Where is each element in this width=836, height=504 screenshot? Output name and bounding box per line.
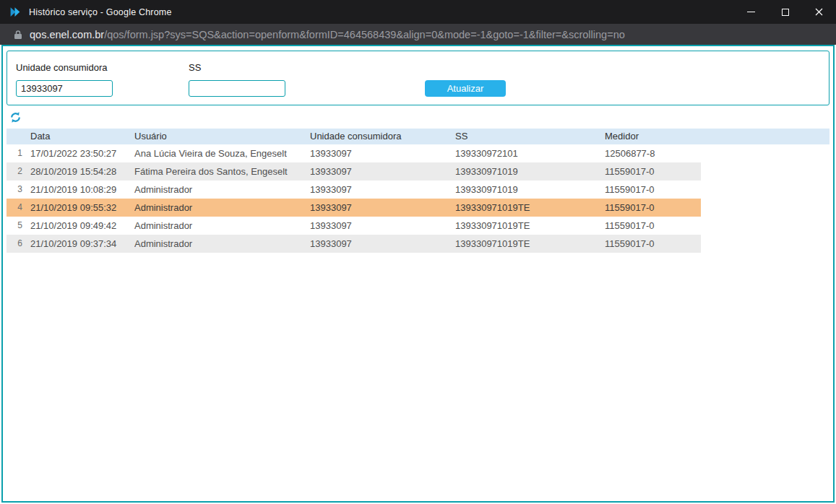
maximize-button[interactable] bbox=[768, 0, 802, 24]
cell-medidor: 11559017-0 bbox=[605, 162, 701, 181]
atualizar-button[interactable]: Atualizar bbox=[425, 80, 506, 97]
row-number: 6 bbox=[7, 235, 30, 253]
page-content: Unidade consumidora SS Atualizar Data Us… bbox=[1, 45, 835, 503]
cell-ss: 139330971019 bbox=[455, 181, 605, 199]
cell-unidade-consumidora: 13933097 bbox=[310, 199, 455, 217]
row-number: 5 bbox=[7, 217, 30, 235]
row-number-header bbox=[7, 129, 30, 144]
cell-unidade-consumidora: 13933097 bbox=[310, 144, 455, 162]
ss-label: SS bbox=[189, 62, 285, 73]
cell-ss: 139330971019TE bbox=[455, 217, 605, 235]
row-number: 2 bbox=[7, 162, 30, 181]
window-controls bbox=[734, 0, 836, 24]
table-body: 1 17/01/2022 23:50:27 Ana Lúcia Vieira d… bbox=[7, 144, 829, 253]
app-icon bbox=[9, 6, 22, 18]
cell-usuario: Administrador bbox=[134, 199, 310, 217]
cell-usuario: Fátima Pereira dos Santos, Engeselt bbox=[134, 162, 310, 181]
cell-medidor: 11559017-0 bbox=[605, 235, 701, 253]
table-header: Data Usuário Unidade consumidora SS Medi… bbox=[7, 129, 829, 144]
column-header-data: Data bbox=[30, 129, 134, 144]
cell-ss: 139330971019 bbox=[455, 162, 605, 181]
cell-usuario: Administrador bbox=[134, 181, 310, 199]
lock-icon[interactable] bbox=[14, 30, 22, 40]
column-header-unidade: Unidade consumidora bbox=[310, 129, 455, 144]
cell-unidade-consumidora: 13933097 bbox=[310, 162, 455, 181]
table-row[interactable]: 4 21/10/2019 09:55:32 Administrador 1393… bbox=[7, 199, 701, 217]
browser-window: Histórico serviço - Google Chrome qos.en… bbox=[0, 0, 836, 504]
cell-ss: 139330971019TE bbox=[455, 199, 605, 217]
table-row[interactable]: 1 17/01/2022 23:50:27 Ana Lúcia Vieira d… bbox=[7, 144, 701, 162]
url-text: qos.enel.com.br/qos/form.jsp?sys=SQS&act… bbox=[30, 29, 625, 40]
column-header-medidor: Medidor bbox=[605, 129, 829, 144]
cell-ss: 139330972101 bbox=[455, 144, 605, 162]
cell-unidade-consumidora: 13933097 bbox=[310, 235, 455, 253]
unidade-consumidora-field: Unidade consumidora bbox=[16, 62, 113, 97]
cell-medidor: 11559017-0 bbox=[605, 181, 701, 199]
cell-data: 21/10/2019 09:49:42 bbox=[30, 217, 134, 235]
refresh-icon[interactable] bbox=[9, 111, 22, 123]
table-row[interactable]: 6 21/10/2019 09:37:34 Administrador 1393… bbox=[7, 235, 701, 253]
cell-usuario: Administrador bbox=[134, 235, 310, 253]
url-domain: qos.enel.com.br bbox=[30, 29, 104, 40]
minimize-icon bbox=[747, 12, 755, 12]
close-icon bbox=[815, 8, 823, 16]
window-title: Histórico serviço - Google Chrome bbox=[29, 7, 172, 17]
row-number: 3 bbox=[7, 181, 30, 199]
url-path: /qos/form.jsp?sys=SQS&action=openform&fo… bbox=[104, 29, 625, 40]
cell-usuario: Ana Lúcia Vieira de Souza, Engeselt bbox=[134, 144, 310, 162]
history-table: Data Usuário Unidade consumidora SS Medi… bbox=[7, 129, 829, 253]
cell-medidor: 11559017-0 bbox=[605, 217, 701, 235]
maximize-icon bbox=[782, 9, 789, 16]
address-bar[interactable]: qos.enel.com.br/qos/form.jsp?sys=SQS&act… bbox=[0, 24, 836, 45]
unidade-consumidora-input[interactable] bbox=[16, 80, 113, 97]
cell-data: 21/10/2019 09:37:34 bbox=[30, 235, 134, 253]
ss-input[interactable] bbox=[189, 80, 285, 97]
ss-field: SS bbox=[189, 62, 285, 97]
title-bar: Histórico serviço - Google Chrome bbox=[0, 0, 836, 24]
cell-data: 28/10/2019 15:54:28 bbox=[30, 162, 134, 181]
column-header-usuario: Usuário bbox=[134, 129, 310, 144]
row-number: 1 bbox=[7, 144, 30, 162]
unidade-consumidora-label: Unidade consumidora bbox=[16, 62, 113, 73]
column-header-ss: SS bbox=[455, 129, 605, 144]
cell-data: 17/01/2022 23:50:27 bbox=[30, 144, 134, 162]
cell-usuario: Administrador bbox=[134, 217, 310, 235]
cell-ss: 139330971019TE bbox=[455, 235, 605, 253]
cell-medidor: 11559017-0 bbox=[605, 199, 701, 217]
minimize-button[interactable] bbox=[734, 0, 768, 24]
filter-form: Unidade consumidora SS Atualizar bbox=[7, 51, 829, 105]
row-number: 4 bbox=[7, 199, 30, 217]
close-button[interactable] bbox=[802, 0, 836, 24]
cell-unidade-consumidora: 13933097 bbox=[310, 181, 455, 199]
cell-medidor: 12506877-8 bbox=[605, 144, 701, 162]
cell-data: 21/10/2019 09:55:32 bbox=[30, 199, 134, 217]
cell-unidade-consumidora: 13933097 bbox=[310, 217, 455, 235]
cell-data: 21/10/2019 10:08:29 bbox=[30, 181, 134, 199]
table-row[interactable]: 5 21/10/2019 09:49:42 Administrador 1393… bbox=[7, 217, 701, 235]
table-row[interactable]: 3 21/10/2019 10:08:29 Administrador 1393… bbox=[7, 181, 701, 199]
table-row[interactable]: 2 28/10/2019 15:54:28 Fátima Pereira dos… bbox=[7, 162, 701, 181]
